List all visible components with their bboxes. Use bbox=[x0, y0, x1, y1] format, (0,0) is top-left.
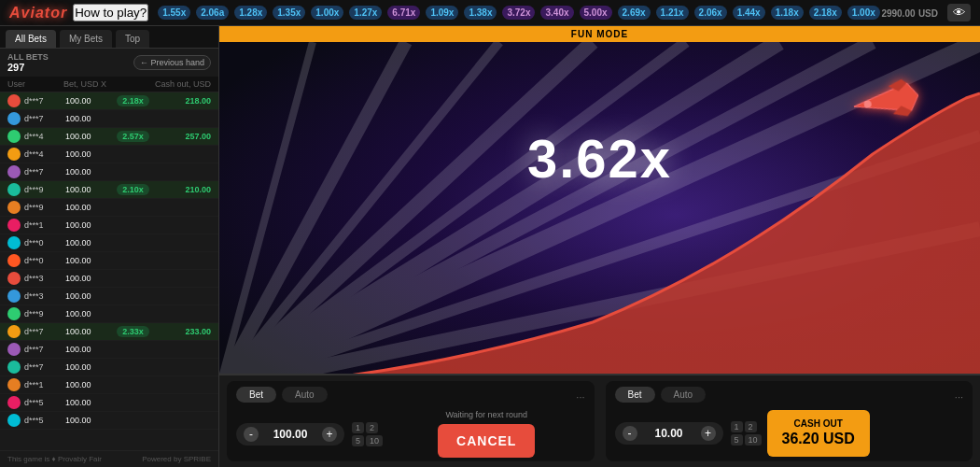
col-cashout-header: Cash out, USD bbox=[115, 79, 211, 89]
multiplier-badge: 3.40x bbox=[540, 6, 573, 20]
username: d***9 bbox=[24, 185, 65, 194]
top-bar: Aviator How to play? 1.55x2.06a1.28x1.35… bbox=[0, 0, 980, 26]
quick-1-left[interactable]: 1 bbox=[352, 422, 364, 433]
right-amount-control: - 10.00 + bbox=[615, 422, 723, 445]
table-row: d***7100.00 bbox=[0, 341, 218, 359]
sidebar-tab-top[interactable]: Top bbox=[116, 30, 149, 48]
multiplier-strip: 1.55x2.06a1.28x1.35x1.00x1.27x6.71x1.09x… bbox=[148, 6, 881, 20]
quick-2-left[interactable]: 2 bbox=[366, 422, 378, 433]
bet-amount: 100.00 bbox=[65, 398, 117, 407]
avatar bbox=[7, 414, 21, 427]
table-row: d***1100.00 bbox=[0, 376, 218, 394]
quick-5-right[interactable]: 5 bbox=[731, 434, 743, 446]
right-decrease-btn[interactable]: - bbox=[623, 426, 637, 441]
quick-2-right[interactable]: 2 bbox=[745, 421, 757, 432]
balance-display: 2990.00 USD bbox=[881, 7, 938, 20]
bet-amount: 100.00 bbox=[65, 149, 117, 159]
right-bet-tab[interactable]: Bet bbox=[615, 387, 655, 403]
quick-5-left[interactable]: 5 bbox=[352, 435, 364, 446]
cancel-button[interactable]: CANCEL bbox=[438, 424, 535, 458]
multiplier-x: 2.33x bbox=[117, 326, 149, 337]
eye-button[interactable]: 👁 bbox=[947, 4, 971, 21]
right-increase-btn[interactable]: + bbox=[701, 426, 716, 441]
waiting-label: Waiting for next round bbox=[445, 410, 527, 419]
multiplier-badge: 1.28x bbox=[234, 6, 267, 20]
multiplier-badge: 6.71x bbox=[387, 6, 420, 20]
username: d***4 bbox=[24, 132, 65, 141]
table-row: d***9100.002.10x210.00 bbox=[0, 181, 218, 199]
bet-panel-right: Bet Auto ··· - 10.00 + 1 2 bbox=[606, 381, 973, 461]
multiplier-badge: 1.27x bbox=[349, 6, 382, 20]
sidebar-tab-my-bets[interactable]: My Bets bbox=[60, 30, 112, 48]
game-area: FUN MODE bbox=[219, 26, 980, 374]
username: d***5 bbox=[24, 398, 65, 407]
powered-by-label: Powered by SPRIBE bbox=[142, 455, 211, 463]
quick-10-left[interactable]: 10 bbox=[366, 435, 383, 446]
username: d***1 bbox=[24, 380, 65, 389]
username: d***0 bbox=[24, 256, 65, 265]
left-increase-btn[interactable]: + bbox=[322, 427, 337, 442]
username: d***1 bbox=[24, 220, 65, 230]
username: d***7 bbox=[24, 114, 65, 123]
footer-bar: This game is ♦ Provably Fair Powered by … bbox=[0, 450, 218, 467]
main-layout: All BetsMy BetsTop ALL BETS 297 ← Previo… bbox=[0, 26, 980, 467]
cashout-button[interactable]: CASH OUT 36.20 USD bbox=[767, 410, 870, 457]
avatar bbox=[7, 361, 21, 374]
left-decrease-btn[interactable]: - bbox=[244, 427, 259, 442]
left-auto-tab[interactable]: Auto bbox=[282, 387, 328, 403]
table-row: d***0100.00 bbox=[0, 234, 218, 252]
left-panel-tabs: Bet Auto bbox=[236, 387, 328, 403]
bet-amount: 100.00 bbox=[65, 167, 117, 177]
multiplier-badge: 2.18x bbox=[809, 6, 842, 20]
left-bet-tab[interactable]: Bet bbox=[236, 387, 276, 403]
cashout-amount: 257.00 bbox=[149, 132, 211, 141]
table-row: d***4100.00 bbox=[0, 146, 218, 163]
right-auto-tab[interactable]: Auto bbox=[661, 387, 707, 403]
username: d***5 bbox=[24, 416, 65, 425]
multiplier-badge: 1.18x bbox=[771, 6, 804, 20]
sidebar-tab-all-bets[interactable]: All Bets bbox=[6, 30, 56, 48]
table-row: d***0100.00 bbox=[0, 252, 218, 270]
username: d***0 bbox=[24, 238, 65, 248]
username: d***9 bbox=[24, 203, 65, 212]
quick-1-right[interactable]: 1 bbox=[731, 421, 743, 432]
left-quick-amounts: 1 2 5 10 bbox=[352, 422, 383, 446]
right-panel-dots[interactable]: ··· bbox=[955, 391, 963, 403]
bet-amount: 100.00 bbox=[65, 309, 117, 318]
bottom-controls: Bet Auto ··· - 100.00 + 1 2 bbox=[219, 374, 980, 467]
table-row: d***7100.00 bbox=[0, 110, 218, 128]
fun-mode-banner: FUN MODE bbox=[219, 26, 980, 42]
multiplier-badge: 1.44x bbox=[733, 6, 765, 20]
multiplier-badge: 5.00x bbox=[580, 6, 612, 20]
right-panel-tabs: Bet Auto bbox=[615, 387, 707, 403]
cashout-label: CASH OUT bbox=[782, 417, 855, 430]
multiplier-badge: 2.06x bbox=[694, 6, 727, 20]
table-row: d***1100.00 bbox=[0, 217, 218, 234]
bet-amount: 100.00 bbox=[65, 362, 117, 372]
cashout-amount: 36.20 USD bbox=[782, 430, 855, 449]
avatar bbox=[7, 165, 21, 178]
how-to-play-button[interactable]: How to play? bbox=[73, 4, 148, 21]
left-panel-dots[interactable]: ··· bbox=[576, 391, 584, 403]
username: d***7 bbox=[24, 167, 65, 177]
multiplier-badge: 2.06a bbox=[196, 6, 229, 20]
quick-10-right[interactable]: 10 bbox=[745, 434, 762, 446]
avatar bbox=[7, 290, 21, 303]
table-row: d***4100.002.57x257.00 bbox=[0, 128, 218, 146]
multiplier-badge: 1.21x bbox=[656, 6, 689, 20]
multiplier-badge: 1.00x bbox=[311, 6, 343, 20]
provably-fair-label: This game is ♦ Provably Fair bbox=[7, 455, 102, 463]
bets-table-header: User Bet, USD X Cash out, USD bbox=[0, 77, 218, 92]
username: d***3 bbox=[24, 291, 65, 301]
game-canvas: 3.62x bbox=[219, 42, 980, 374]
table-row: d***3100.00 bbox=[0, 270, 218, 288]
bet-amount: 100.00 bbox=[65, 238, 117, 248]
avatar bbox=[7, 219, 21, 232]
bets-header: ALL BETS 297 ← Previous hand bbox=[0, 49, 218, 77]
previous-hand-button[interactable]: ← Previous hand bbox=[133, 55, 211, 70]
table-row: d***7100.002.18x218.00 bbox=[0, 92, 218, 110]
username: d***7 bbox=[24, 345, 65, 354]
svg-marker-17 bbox=[851, 81, 920, 120]
bet-panel-left: Bet Auto ··· - 100.00 + 1 2 bbox=[227, 381, 595, 461]
table-row: d***7100.002.33x233.00 bbox=[0, 323, 218, 341]
